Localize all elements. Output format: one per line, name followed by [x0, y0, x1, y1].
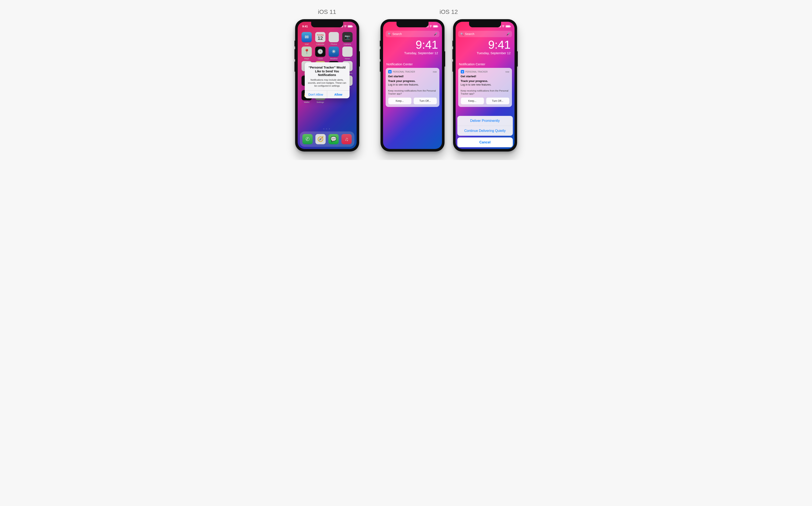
turn-off-button[interactable]: Turn Off... [414, 97, 437, 104]
keep-button[interactable]: Keep... [388, 97, 412, 104]
phone-ios12-a: 🔍 Search 🎤 9:41 Tuesday, September 12 No… [380, 19, 445, 152]
notch [396, 22, 429, 27]
battery-icon [433, 25, 438, 27]
notification-app-name: PERSONAL TRACKER [465, 71, 487, 73]
allow-button[interactable]: Allow [327, 90, 350, 98]
search-bar[interactable]: 🔍 Search 🎤 [386, 31, 439, 37]
mic-icon[interactable]: 🎤 [507, 32, 510, 35]
notification-center-title: Notification Center [386, 62, 413, 66]
battery-icon [348, 25, 352, 27]
notch [469, 22, 501, 27]
permission-alert: “Personal Tracker” Would Like to Send Yo… [305, 62, 350, 98]
notification-app-name: PERSONAL TRACKER [393, 71, 415, 73]
deliver-quietly-button[interactable]: Continue Delivering Quietly [457, 126, 513, 136]
ios11-label: iOS 11 [318, 9, 336, 15]
deliver-prominently-button[interactable]: Deliver Prominently [457, 116, 513, 126]
dont-allow-button[interactable]: Don't Allow [305, 90, 327, 98]
phone-ios11: 9:41 ✉︎MailTuesday12Calendar✿Photos📷Came… [295, 19, 359, 152]
keep-button[interactable]: Keep... [461, 97, 484, 104]
notch [311, 22, 343, 27]
notification-time: now [433, 71, 437, 73]
ios12-group: iOS 12 🔍 [380, 9, 517, 152]
search-placeholder: Search [392, 32, 433, 35]
turn-off-button[interactable]: Turn Off... [486, 97, 510, 104]
search-icon: 🔍 [460, 32, 464, 35]
wifi-icon [429, 25, 432, 27]
notification-title-2: Track your progress. [461, 79, 510, 83]
notification-body: Log in to see new features. [461, 83, 510, 86]
phone-ios12-b: 🔍 Search 🎤 9:41 Tuesday, September 12 No… [453, 19, 517, 152]
notification-title-1: Get started! [388, 75, 437, 78]
notification-card[interactable]: ⊕ PERSONAL TRACKER now Get started! Trac… [386, 68, 439, 107]
lock-time: 9:41 [383, 39, 438, 50]
app-icon: ⊕ [461, 70, 464, 73]
lock-clock: 9:41 Tuesday, September 12 [383, 39, 442, 55]
lock-time: 9:41 [456, 39, 511, 50]
lock-date: Tuesday, September 12 [383, 51, 438, 55]
alert-message: Notifications may include alerts, sounds… [307, 78, 347, 87]
lock-date: Tuesday, September 12 [456, 51, 511, 55]
cancel-button[interactable]: Cancel [457, 138, 513, 147]
notification-title-1: Get started! [461, 75, 510, 78]
ios12-label: iOS 12 [440, 9, 458, 15]
notification-body: Log in to see new features. [388, 83, 437, 86]
search-placeholder: Search [465, 32, 505, 35]
search-icon: 🔍 [388, 32, 391, 35]
notification-question: Keep receiving notifications from the Pe… [388, 89, 437, 96]
notification-title-2: Track your progress. [388, 79, 437, 83]
notification-time: now [505, 71, 509, 73]
wifi-icon [344, 25, 347, 27]
ios11-group: iOS 11 9:41 ✉︎MailTuesday12Cal [295, 9, 359, 152]
alert-title: “Personal Tracker” Would Like to Send Yo… [307, 66, 347, 77]
action-sheet: Deliver Prominently Continue Delivering … [457, 116, 513, 147]
notification-question: Keep receiving notifications from the Pe… [461, 89, 510, 96]
mic-icon[interactable]: 🎤 [434, 32, 437, 35]
wifi-icon [502, 25, 505, 27]
app-icon: ⊕ [388, 70, 391, 73]
battery-icon [506, 25, 510, 27]
search-bar[interactable]: 🔍 Search 🎤 [458, 31, 512, 37]
notification-center-title: Notification Center [459, 62, 485, 66]
status-time: 9:41 [302, 25, 308, 28]
notification-card[interactable]: ⊕ PERSONAL TRACKER now Get started! Trac… [458, 68, 512, 107]
lock-clock: 9:41 Tuesday, September 12 [456, 39, 515, 55]
